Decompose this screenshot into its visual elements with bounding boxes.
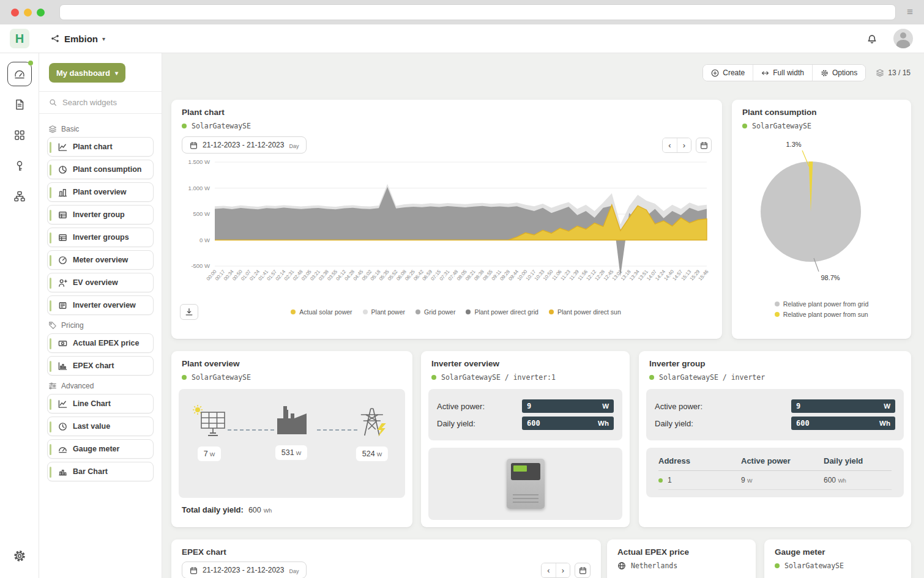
device-name: SolarGatewaySE bbox=[192, 122, 251, 130]
rail-item-access[interactable] bbox=[7, 154, 32, 178]
inverter-group-widget: Inverter group SolarGatewaySE / inverter… bbox=[639, 351, 911, 527]
prev-period-button[interactable]: ‹ bbox=[663, 138, 677, 152]
chevron-right-icon: › bbox=[683, 141, 685, 150]
sidebar-item-gauge-meter[interactable]: Gauge meter bbox=[47, 439, 154, 459]
chart-legend: Actual solar power Plant power Grid powe… bbox=[198, 308, 713, 316]
options-button[interactable]: Options bbox=[812, 65, 865, 81]
daily-yield-badge: 600 Wh bbox=[522, 417, 614, 430]
browser-chrome: ≡ bbox=[0, 0, 924, 24]
accent-bar bbox=[50, 421, 51, 432]
accent-bar bbox=[50, 165, 51, 176]
accent-bar bbox=[50, 338, 51, 349]
date-range-button[interactable]: 21-12-2023 - 21-12-2023 Day bbox=[182, 136, 307, 154]
user-avatar[interactable] bbox=[893, 29, 913, 48]
sidebar-item-plant-chart[interactable]: Plant chart bbox=[47, 137, 154, 157]
status-dot bbox=[775, 563, 780, 568]
app-header: H Embion ▾ bbox=[0, 24, 924, 53]
device-name: SolarGatewaySE / inverter bbox=[659, 373, 765, 382]
status-dot bbox=[649, 375, 654, 380]
clock-icon bbox=[58, 422, 67, 431]
active-power-badge: 9 W bbox=[791, 399, 895, 413]
calendar-button[interactable] bbox=[575, 563, 591, 578]
legend-dot bbox=[291, 309, 296, 314]
sidebar-item-inverter-group[interactable]: Inverter group bbox=[47, 205, 154, 224]
svg-text:0 W: 0 W bbox=[199, 237, 210, 243]
rail-item-reports[interactable] bbox=[7, 92, 32, 117]
section-pricing: Pricing bbox=[48, 321, 152, 330]
solar-power-value: 7 W bbox=[198, 446, 221, 461]
active-power-label: Active power: bbox=[437, 402, 485, 411]
table-icon bbox=[58, 233, 67, 242]
sidebar-item-bar-chart[interactable]: Bar Chart bbox=[47, 462, 154, 481]
notifications-button[interactable] bbox=[866, 33, 877, 44]
chevron-down-icon: ▾ bbox=[102, 35, 105, 42]
meter-icon bbox=[58, 256, 67, 265]
pie-legend: Relative plant power from grid Relative … bbox=[775, 300, 868, 318]
next-period-button[interactable]: › bbox=[677, 138, 691, 152]
sidebar-item-epex-chart[interactable]: EPEX chart bbox=[47, 356, 154, 376]
line-chart-icon bbox=[58, 399, 67, 409]
prev-period-button[interactable]: ‹ bbox=[542, 563, 556, 577]
calendar-button[interactable] bbox=[696, 138, 712, 153]
rail-item-widgets[interactable] bbox=[7, 123, 32, 147]
sidebar-item-plant-overview[interactable]: Plant overview bbox=[47, 182, 154, 202]
accent-bar bbox=[50, 361, 51, 372]
sidebar-item-inverter-groups[interactable]: Inverter groups bbox=[47, 228, 154, 247]
tag-icon bbox=[48, 321, 57, 330]
my-dashboard-button[interactable]: My dashboard ▾ bbox=[49, 63, 125, 83]
column-header: Active power bbox=[741, 456, 824, 465]
search-input[interactable] bbox=[62, 98, 152, 107]
gear-icon bbox=[821, 69, 829, 77]
rail-item-settings[interactable] bbox=[7, 544, 32, 568]
rail-item-dashboard[interactable] bbox=[7, 62, 32, 86]
browser-url-input[interactable] bbox=[59, 4, 896, 20]
legend-item: Relative plant power from sun bbox=[775, 311, 868, 318]
window-zoom-button[interactable] bbox=[37, 9, 45, 17]
next-period-button[interactable]: › bbox=[556, 563, 570, 577]
org-switcher[interactable]: Embion ▾ bbox=[50, 34, 105, 44]
date-range-button[interactable]: 21-12-2023 - 21-12-2023 Day bbox=[182, 561, 307, 578]
total-daily-yield-label: Total daily yield: bbox=[182, 505, 244, 514]
sidebar-item-last-value[interactable]: Last value bbox=[47, 417, 154, 436]
layers-icon bbox=[876, 69, 884, 77]
download-button[interactable] bbox=[180, 304, 198, 320]
full-width-icon bbox=[761, 69, 769, 77]
plant-overview-icon bbox=[58, 188, 67, 197]
rail-item-hierarchy[interactable] bbox=[7, 184, 32, 209]
window-minimize-button[interactable] bbox=[24, 9, 32, 17]
active-status-dot bbox=[28, 61, 33, 65]
granularity-label: Day bbox=[289, 568, 299, 574]
daily-yield-label: Daily yield: bbox=[655, 419, 693, 428]
accent-bar bbox=[50, 300, 51, 311]
calendar-icon bbox=[700, 141, 708, 149]
calendar-icon bbox=[190, 141, 198, 149]
chevron-right-icon: › bbox=[562, 566, 564, 575]
svg-text:500 W: 500 W bbox=[193, 210, 210, 217]
accent-bar bbox=[50, 187, 51, 198]
bar-chart-icon bbox=[58, 467, 67, 476]
sidebar-item-meter-overview[interactable]: Meter overview bbox=[47, 250, 154, 270]
chevron-left-icon: ‹ bbox=[547, 566, 550, 575]
sidebar-item-inverter-overview[interactable]: Inverter overview bbox=[47, 295, 154, 315]
grid-power-value: 524 W bbox=[356, 446, 388, 461]
download-icon bbox=[185, 308, 193, 316]
device-name: SolarGatewaySE bbox=[192, 373, 251, 382]
window-close-button[interactable] bbox=[11, 9, 19, 17]
legend-dot bbox=[466, 309, 471, 314]
svg-text:-500 W: -500 W bbox=[191, 262, 210, 269]
full-width-button[interactable]: Full width bbox=[753, 65, 812, 81]
sidebar-item-ev-overview[interactable]: EV overview bbox=[47, 273, 154, 292]
sidebar-item-line-chart[interactable]: Line Chart bbox=[47, 394, 154, 413]
create-button[interactable]: Create bbox=[703, 65, 753, 81]
app-logo[interactable]: H bbox=[10, 29, 29, 48]
sidebar-item-plant-consumption[interactable]: Plant consumption bbox=[47, 160, 154, 179]
accent-bar bbox=[50, 210, 51, 221]
dashboard-content: Create Full width Options bbox=[162, 53, 924, 578]
region-name: Netherlands bbox=[631, 561, 677, 570]
document-icon bbox=[13, 98, 26, 111]
device-name: SolarGatewaySE bbox=[752, 122, 811, 130]
status-dot bbox=[658, 478, 663, 483]
sidebar-item-actual-epex-price[interactable]: Actual EPEX price bbox=[47, 333, 154, 353]
column-header: Address bbox=[658, 456, 741, 465]
browser-menu-icon[interactable]: ≡ bbox=[907, 6, 913, 18]
